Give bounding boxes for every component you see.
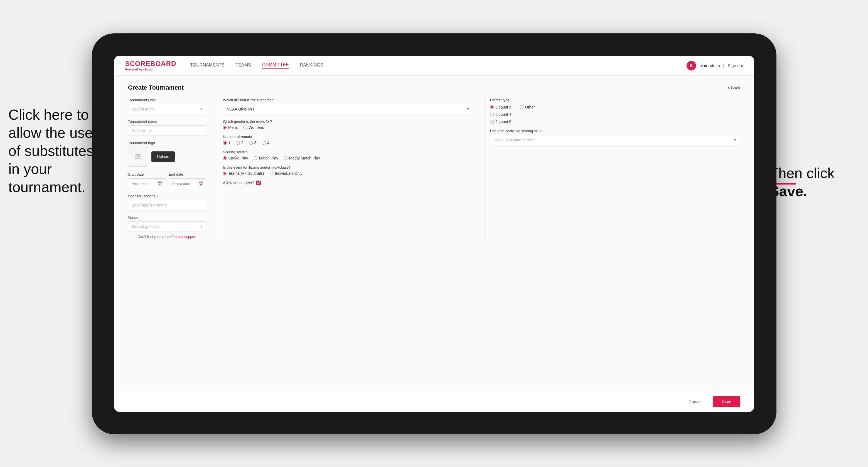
scoring-medal-match[interactable]: Medal Match Play: [284, 156, 320, 160]
rounds-3[interactable]: 3: [249, 141, 256, 145]
start-date-calendar-icon: 📅: [158, 182, 162, 186]
logo-scoreboard: SCOREBOARD: [125, 60, 176, 67]
start-date-label: Start date: [128, 172, 144, 177]
sponsor-input[interactable]: [128, 200, 206, 210]
venue-dropdown-icon: ▼: [200, 225, 203, 228]
scoring-chevron-icon: ▼: [734, 138, 737, 142]
gender-womens-radio[interactable]: [243, 126, 247, 129]
venue-input[interactable]: [128, 221, 206, 232]
scoring-stroke[interactable]: Stroke Play: [223, 156, 248, 160]
nav-tournaments[interactable]: TOURNAMENTS: [190, 63, 224, 69]
cancel-button[interactable]: Cancel: [682, 396, 708, 407]
nav-links: TOURNAMENTS TEAMS COMMITTEE RANKINGS: [190, 62, 687, 69]
gender-mens-label: Mens: [228, 125, 238, 130]
rounds-1[interactable]: 1: [223, 141, 230, 145]
back-link[interactable]: < Back: [727, 86, 740, 90]
tournament-name-label: Tournament name: [128, 119, 206, 124]
format-5count4[interactable]: 5 count 4: [490, 105, 512, 110]
tournament-host-group: Tournament Host ▼: [128, 98, 206, 114]
form-footer: Cancel Save: [114, 391, 754, 412]
teams-radio-group: Teams (+Individuals) Individuals Only: [223, 171, 473, 176]
teams-radio[interactable]: [223, 172, 226, 175]
gender-womens-label: Womens: [249, 125, 264, 130]
venue-group: Venue ▼ Can't find your venue? email sup…: [128, 215, 206, 239]
format-other[interactable]: Other: [520, 105, 535, 110]
format-6count4[interactable]: 6 count 4: [490, 112, 740, 117]
substitutes-checkbox-item[interactable]: Allow substitutes?: [223, 181, 473, 185]
scoring-medal-match-radio[interactable]: [284, 156, 287, 160]
scoring-service-wrap: Select a scoring service ▼: [490, 135, 740, 145]
email-support-link[interactable]: email support: [175, 235, 196, 239]
division-select[interactable]: NCAA Division I: [223, 104, 473, 114]
gender-womens[interactable]: Womens: [243, 125, 264, 130]
substitutes-group: Allow substitutes?: [223, 181, 473, 185]
teams-plus-individuals[interactable]: Teams (+Individuals): [223, 171, 264, 176]
scoring-stroke-radio[interactable]: [223, 156, 226, 160]
logo-upload-area: 🖼 Upload: [128, 147, 206, 167]
end-date-label: End date: [168, 172, 183, 177]
gender-mens-radio[interactable]: [223, 126, 226, 129]
form-col-1: Tournament Host ▼ Tournament name Tourna…: [128, 98, 206, 239]
gender-mens[interactable]: Mens: [223, 125, 238, 130]
individuals-only[interactable]: Individuals Only: [270, 171, 303, 176]
rounds-2[interactable]: 2: [236, 141, 244, 145]
form-col-3: Format type 5 count 4 Other: [484, 98, 740, 239]
teams-individuals-label: Is this event for Teams and/or Individua…: [223, 165, 473, 169]
rounds-group: Number of rounds 1 2: [223, 135, 473, 145]
format-6count5-radio[interactable]: [490, 120, 494, 124]
main-content: Create Tournament < Back Tournament Host…: [114, 76, 754, 391]
scoring-system-radio-group: Stroke Play Match Play Medal Match Play: [223, 156, 473, 160]
tournament-logo-label: Tournament logo: [128, 141, 206, 145]
upload-button[interactable]: Upload: [151, 151, 175, 162]
tournament-host-input[interactable]: [128, 104, 206, 114]
tournament-name-input[interactable]: [128, 125, 206, 136]
gender-radio-group: Mens Womens: [223, 125, 473, 130]
nav-rankings[interactable]: RANKINGS: [300, 63, 323, 69]
host-dropdown-icon: ▼: [200, 107, 203, 111]
logo-placeholder: 🖼: [128, 147, 148, 167]
end-date-calendar-icon: 📅: [198, 182, 203, 186]
dates-group: Start date 📅 End date 📅: [128, 172, 206, 189]
venue-help-text: Can't find your venue? email support: [128, 235, 206, 239]
division-group: Which division is the event for? NCAA Di…: [223, 98, 473, 114]
tablet-screen: SCOREBOARD Powered by clippd TOURNAMENTS…: [114, 56, 754, 412]
form-col-2: Which division is the event for? NCAA Di…: [217, 98, 473, 239]
scoring-match-radio[interactable]: [254, 156, 257, 160]
scoring-match[interactable]: Match Play: [254, 156, 278, 160]
tablet-frame: SCOREBOARD Powered by clippd TOURNAMENTS…: [92, 33, 776, 434]
rounds-4[interactable]: 4: [262, 141, 269, 145]
rounds-1-radio[interactable]: [223, 141, 226, 145]
format-other-radio[interactable]: [520, 105, 524, 109]
rounds-label: Number of rounds: [223, 135, 473, 139]
format-5count4-radio[interactable]: [490, 105, 494, 109]
nav-user: B blair admin | Sign out: [687, 61, 743, 70]
rounds-radio-group: 1 2 3 4: [223, 141, 473, 145]
page-title: Create Tournament: [128, 84, 184, 91]
nav-committee[interactable]: COMMITTEE: [262, 62, 289, 69]
nav: SCOREBOARD Powered by clippd TOURNAMENTS…: [114, 56, 754, 76]
avatar: B: [687, 61, 696, 70]
tournament-name-group: Tournament name: [128, 119, 206, 136]
scoring-api-group: Use third-party live scoring API? Select…: [490, 129, 740, 145]
venue-label: Venue: [128, 215, 206, 220]
scoring-service-select[interactable]: Select a scoring service: [490, 135, 740, 145]
sign-out-link[interactable]: Sign out: [728, 63, 743, 68]
teams-individuals-group: Is this event for Teams and/or Individua…: [223, 165, 473, 176]
tournament-host-label: Tournament Host: [128, 98, 206, 102]
substitutes-label: Allow substitutes?: [223, 181, 254, 185]
username: blair admin: [700, 63, 720, 68]
page-header: Create Tournament < Back: [128, 84, 740, 91]
app-logo: SCOREBOARD Powered by clippd: [125, 60, 176, 71]
format-type-label: Format type: [490, 98, 740, 102]
substitutes-checkbox[interactable]: [256, 181, 261, 185]
individuals-only-radio[interactable]: [270, 172, 273, 175]
nav-teams[interactable]: TEAMS: [236, 63, 251, 69]
create-tournament-form: Tournament Host ▼ Tournament name Tourna…: [128, 98, 740, 239]
rounds-2-radio[interactable]: [236, 141, 240, 145]
save-button[interactable]: Save: [713, 396, 740, 407]
sponsor-group: Sponsor (optional): [128, 194, 206, 210]
rounds-4-radio[interactable]: [262, 141, 266, 145]
rounds-3-radio[interactable]: [249, 141, 253, 145]
format-6count5[interactable]: 6 count 5: [490, 119, 740, 124]
format-6count4-radio[interactable]: [490, 113, 494, 116]
